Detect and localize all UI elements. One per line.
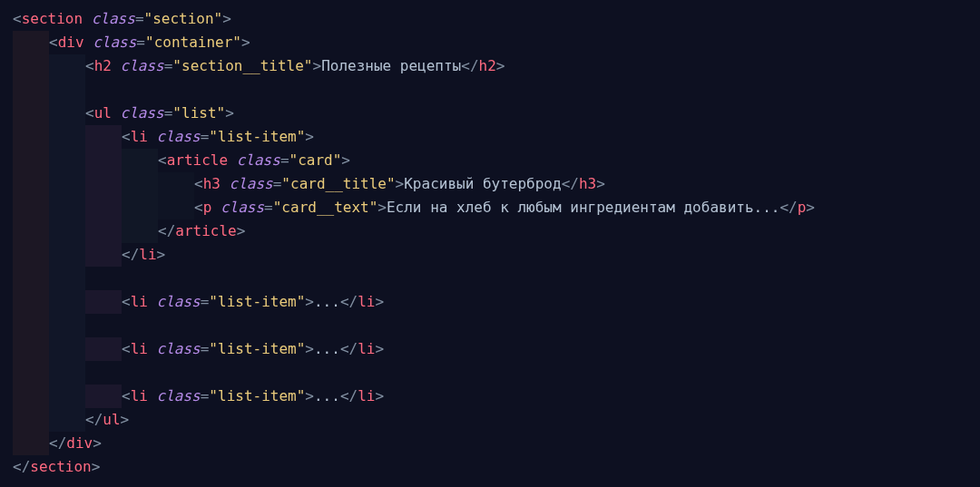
code-line: </section>: [13, 455, 980, 479]
code-line: <p class="card__text">Если на хлеб к люб…: [13, 196, 980, 219]
code-line: </article>: [13, 219, 980, 243]
code-line: </div>: [13, 432, 980, 455]
tag-ul: ul: [94, 104, 112, 122]
tag-h2: h2: [94, 57, 112, 74]
code-line-blank: [13, 267, 980, 290]
code-line-blank: [13, 314, 980, 337]
code-line: <h2 class="section__title">Полезные реце…: [13, 54, 980, 78]
tag-p: p: [203, 199, 212, 216]
code-line: <section class="section">: [13, 7, 980, 31]
code-line: <h3 class="card__title">Красивый бутербр…: [13, 172, 980, 196]
h2-text: Полезные рецепты: [321, 57, 461, 74]
code-line: <ul class="list">: [13, 102, 980, 125]
code-editor[interactable]: <section class="section"> <div class="co…: [0, 0, 980, 486]
code-line: <li class="list-item">...</li>: [13, 337, 980, 361]
code-line: <li class="list-item">...</li>: [13, 290, 980, 314]
class-value: "section": [144, 10, 223, 27]
code-line-blank: [13, 361, 980, 385]
tag-li: li: [131, 128, 148, 145]
code-line: </li>: [13, 243, 980, 267]
code-line: <article class="card">: [13, 149, 980, 172]
tag-div: div: [58, 34, 84, 51]
tag-article: article: [167, 151, 228, 169]
code-line: </ul>: [13, 408, 980, 432]
tag-section: section: [22, 10, 83, 27]
tag-h3: h3: [203, 175, 220, 192]
code-line: <div class="container">: [13, 31, 980, 54]
h3-text: Красивый бутерброд: [404, 175, 561, 192]
code-line-blank: [13, 78, 980, 102]
p-text: Если на хлеб к любым ингредиентам добави…: [387, 199, 779, 216]
attr-class: class: [92, 10, 135, 27]
code-line: <li class="list-item">: [13, 125, 980, 149]
punct-lt: <: [13, 10, 22, 27]
code-line: <li class="list-item">...</li>: [13, 385, 980, 408]
